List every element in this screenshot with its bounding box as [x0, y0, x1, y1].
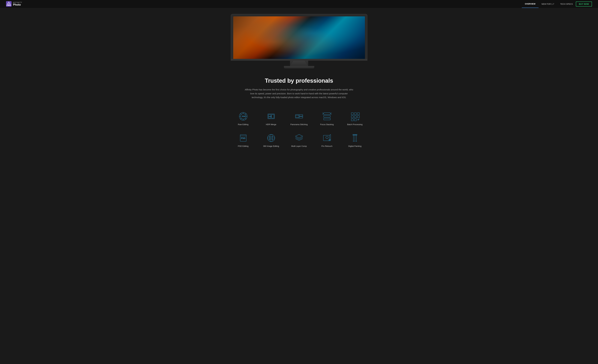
trusted-section: Trusted by professionals Affinity Photo … — [238, 68, 360, 102]
svg-rect-22 — [324, 115, 330, 117]
feature-psd-editing[interactable]: PSD PSD Editing — [229, 132, 257, 149]
feature-digital-painting[interactable]: Digital Painting — [341, 132, 369, 149]
psd-editing-icon: PSD — [238, 133, 248, 143]
monitor — [231, 14, 367, 68]
svg-rect-28 — [351, 113, 353, 115]
features-grid: RAW Raw Editing HDR HDR Merge Panorama S… — [229, 110, 369, 149]
nav-link-new17[interactable]: NEW FOR 1.7 — [539, 0, 557, 8]
raw-editing-label: Raw Editing — [238, 123, 248, 126]
logo-affinity: AFFINITY — [13, 2, 22, 3]
feature-360-image-editing[interactable]: 360 360 Image Editing — [257, 132, 285, 149]
svg-rect-33 — [357, 116, 359, 118]
pro-retouch-label: Pro Retouch — [321, 145, 332, 147]
svg-rect-32 — [354, 116, 357, 118]
trusted-title: Trusted by professionals — [241, 78, 357, 84]
svg-line-46 — [329, 134, 331, 135]
svg-text:HDR: HDR — [269, 116, 272, 117]
hero-image — [233, 16, 365, 59]
360-image-editing-icon: 360 — [266, 133, 276, 143]
affinity-logo-icon — [6, 1, 12, 7]
feature-batch-processing[interactable]: Batch Processing — [341, 110, 369, 127]
svg-line-11 — [245, 118, 246, 119]
svg-line-25 — [323, 113, 323, 114]
360-image-editing-label: 360 Image Editing — [263, 145, 279, 147]
monitor-stand — [231, 61, 367, 68]
logo-area: AFFINITY Photo — [6, 1, 22, 7]
svg-rect-21 — [324, 113, 330, 114]
svg-text:PSD: PSD — [241, 137, 245, 139]
hdr-merge-label: HDR Merge — [266, 123, 276, 126]
logo-photo: Photo — [13, 3, 22, 6]
svg-line-13 — [240, 118, 241, 119]
feature-pro-retouch[interactable]: Pro Retouch — [313, 132, 341, 149]
monitor-screen — [233, 16, 365, 59]
multi-layer-comp-label: Multi Layer Comp — [291, 145, 307, 147]
svg-rect-30 — [357, 113, 359, 115]
svg-line-24 — [323, 113, 323, 113]
psd-editing-label: PSD Editing — [238, 145, 248, 147]
svg-text:RAW: RAW — [242, 116, 246, 117]
digital-painting-icon — [350, 133, 360, 143]
monitor-foot — [284, 66, 314, 68]
svg-line-10 — [240, 113, 241, 114]
panorama-stitching-label: Panorama Stitching — [291, 123, 307, 126]
features-section: RAW Raw Editing HDR HDR Merge Panorama S… — [226, 110, 372, 149]
nav-link-techspecs[interactable]: TECH SPECS — [557, 0, 576, 8]
logo-text: AFFINITY Photo — [13, 2, 22, 6]
multi-layer-comp-icon — [294, 133, 304, 143]
raw-editing-icon: RAW — [238, 112, 248, 121]
svg-rect-34 — [351, 119, 353, 121]
svg-line-12 — [245, 113, 246, 114]
trusted-description: Affinity Photo has become the first choi… — [244, 88, 354, 99]
navigation: AFFINITY Photo OVERVIEW NEW FOR 1.7 TECH… — [0, 0, 598, 8]
feature-multi-layer-comp[interactable]: Multi Layer Comp — [285, 132, 313, 149]
monitor-frame — [231, 14, 367, 59]
monitor-base-bar — [231, 59, 367, 61]
buy-now-button[interactable]: BUY NOW — [576, 1, 592, 7]
feature-hdr-merge[interactable]: HDR HDR Merge — [257, 110, 285, 127]
batch-processing-label: Batch Processing — [347, 123, 363, 126]
pro-retouch-icon — [322, 133, 332, 143]
feature-panorama-stitching[interactable]: Panorama Stitching — [285, 110, 313, 127]
focus-stacking-label: Focus Stacking — [320, 123, 334, 126]
digital-painting-label: Digital Painting — [348, 145, 361, 147]
svg-line-26 — [331, 113, 332, 113]
hdr-merge-icon: HDR — [266, 112, 276, 121]
focus-stacking-icon — [322, 112, 332, 121]
monitor-neck — [290, 61, 308, 66]
svg-rect-44 — [323, 135, 329, 141]
nav-link-overview[interactable]: OVERVIEW — [522, 0, 539, 8]
feature-raw-editing[interactable]: RAW Raw Editing — [229, 110, 257, 127]
svg-rect-29 — [354, 113, 357, 115]
nav-links: OVERVIEW NEW FOR 1.7 TECH SPECS BUY NOW — [522, 0, 592, 8]
hero-section — [0, 8, 598, 68]
batch-processing-icon — [350, 112, 360, 121]
panorama-stitching-icon — [294, 112, 304, 121]
svg-rect-31 — [351, 116, 353, 118]
feature-focus-stacking[interactable]: Focus Stacking — [313, 110, 341, 127]
svg-point-45 — [326, 136, 328, 139]
svg-marker-43 — [295, 134, 303, 138]
svg-rect-23 — [324, 118, 330, 120]
svg-rect-35 — [354, 119, 357, 121]
svg-line-27 — [331, 113, 332, 114]
svg-rect-17 — [272, 114, 274, 118]
svg-text:360: 360 — [270, 137, 272, 139]
